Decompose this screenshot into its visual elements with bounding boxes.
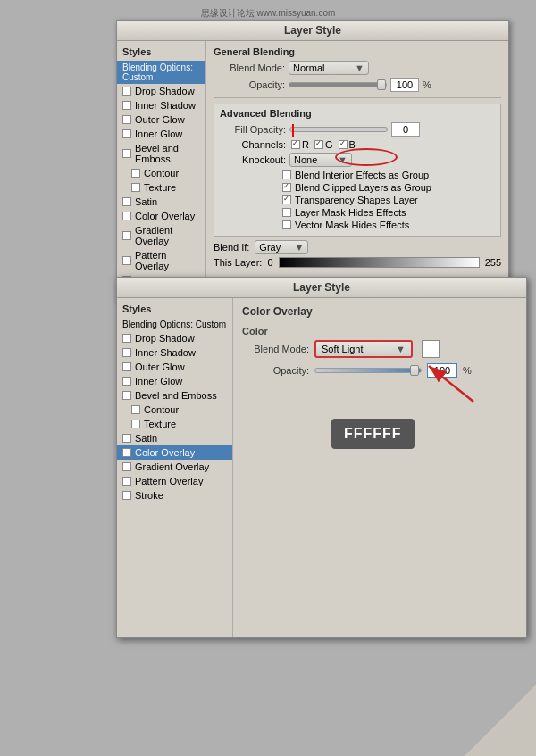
p2-gradient-overlay-checkbox[interactable] — [122, 462, 131, 471]
sidebar2-item-texture[interactable]: Texture — [117, 417, 232, 431]
blend-if-dropdown[interactable]: Gray ▼ — [255, 240, 308, 254]
sidebar-item-inner-glow[interactable]: Inner Glow — [117, 127, 205, 141]
sidebar2-item-contour[interactable]: Contour — [117, 403, 232, 417]
p2-outer-glow-checkbox[interactable] — [122, 362, 131, 371]
general-blending-label: General Blending — [214, 46, 501, 57]
p2-contour-checkbox[interactable] — [131, 405, 140, 414]
sidebar2-item-label: Inner Glow — [135, 376, 182, 386]
sidebar2-item-pattern-overlay[interactable]: Pattern Overlay — [117, 474, 232, 488]
sidebar-item-label: Texture — [144, 182, 176, 193]
contour-checkbox[interactable] — [131, 169, 140, 178]
sidebar2-item-color-overlay[interactable]: Color Overlay — [117, 445, 232, 460]
sidebar-item-color-overlay[interactable]: Color Overlay — [117, 209, 205, 223]
satin-checkbox[interactable] — [122, 197, 131, 206]
bevel-emboss-checkbox[interactable] — [122, 149, 131, 158]
sidebar-item-texture[interactable]: Texture — [117, 180, 205, 195]
p2-blend-mode-dropdown[interactable]: Soft Light ▼ — [314, 340, 413, 358]
knockout-dropdown[interactable]: None ▼ — [289, 153, 352, 167]
sidebar2-item-satin[interactable]: Satin — [117, 431, 232, 445]
blend-interior-checkbox[interactable] — [282, 170, 291, 179]
option-layer-mask[interactable]: Layer Mask Hides Effects — [282, 207, 495, 218]
channel-r-checkbox[interactable] — [291, 140, 300, 149]
fill-slider[interactable] — [289, 127, 388, 132]
inner-glow-checkbox[interactable] — [122, 129, 131, 138]
option-blend-clipped[interactable]: Blend Clipped Layers as Group — [282, 182, 495, 193]
blend-if-arrow-icon: ▼ — [294, 242, 304, 253]
sidebar-item-inner-shadow[interactable]: Inner Shadow — [117, 98, 205, 112]
sidebar-item-satin[interactable]: Satin — [117, 195, 205, 209]
sidebar2-item-stroke[interactable]: Stroke — [117, 488, 232, 503]
dropdown-arrow-icon: ▼ — [355, 62, 364, 73]
p2-color-overlay-checkbox[interactable] — [122, 448, 131, 457]
this-layer-255: 255 — [485, 257, 501, 268]
sidebar2-item-drop-shadow[interactable]: Drop Shadow — [117, 331, 232, 345]
opacity-slider-thumb[interactable] — [377, 79, 386, 90]
blend-mode-label: Blend Mode: — [214, 62, 285, 73]
hex-color-badge: FFFFFF — [331, 419, 415, 449]
blend-mode-dropdown[interactable]: Normal ▼ — [289, 61, 369, 75]
panel1-layer-style: Layer Style Styles Blending Options: Cus… — [116, 20, 509, 301]
this-layer-gradient — [279, 257, 480, 268]
gradient-overlay-checkbox[interactable] — [122, 231, 131, 240]
p2-opacity-slider[interactable] — [314, 368, 422, 373]
blend-mode-row: Blend Mode: Normal ▼ — [214, 61, 501, 75]
transparency-shapes-checkbox[interactable] — [282, 195, 291, 204]
sidebar2-item-label: Outer Glow — [135, 361, 185, 372]
sidebar2-item-blending-options[interactable]: Blending Options: Custom — [117, 318, 232, 331]
option-blend-interior[interactable]: Blend Interior Effects as Group — [282, 170, 495, 180]
p2-bevel-emboss-checkbox[interactable] — [122, 391, 131, 400]
p2-pattern-overlay-checkbox[interactable] — [122, 477, 131, 486]
sidebar-item-gradient-overlay[interactable]: Gradient Overlay — [117, 223, 205, 248]
sidebar-item-drop-shadow[interactable]: Drop Shadow — [117, 84, 205, 98]
knockout-label: Knockout: — [220, 154, 286, 165]
panel2-layer-style: Layer Style Styles Blending Options: Cus… — [116, 277, 527, 638]
sidebar2-item-bevel-emboss[interactable]: Bevel and Emboss — [117, 388, 232, 403]
opacity-slider[interactable] — [289, 82, 387, 87]
knockout-value: None — [294, 154, 317, 165]
sidebar2-item-label: Texture — [144, 419, 176, 429]
panel1-sidebar: Styles Blending Options: Custom Drop Sha… — [117, 41, 206, 300]
inner-shadow-checkbox[interactable] — [122, 101, 131, 110]
outer-glow-checkbox[interactable] — [122, 115, 131, 124]
fill-input[interactable] — [391, 122, 420, 137]
channel-r[interactable]: R — [291, 139, 309, 150]
sidebar2-item-inner-shadow[interactable]: Inner Shadow — [117, 345, 232, 360]
panel1-sidebar-title: Styles — [117, 45, 205, 61]
p2-drop-shadow-checkbox[interactable] — [122, 334, 131, 343]
p2-texture-checkbox[interactable] — [131, 420, 140, 428]
channel-b[interactable]: B — [339, 139, 356, 150]
texture-checkbox[interactable] — [131, 183, 140, 192]
p2-dropdown-arrow-icon: ▼ — [396, 344, 406, 354]
blend-clipped-checkbox[interactable] — [282, 183, 291, 192]
color-overlay-checkbox[interactable] — [122, 212, 131, 220]
option-vector-mask[interactable]: Vector Mask Hides Effects — [282, 220, 495, 230]
color-overlay-section-title: Color Overlay — [242, 305, 517, 320]
p2-stroke-checkbox[interactable] — [122, 491, 131, 500]
svg-line-1 — [429, 366, 473, 402]
sidebar-item-bevel-emboss[interactable]: Bevel and Emboss — [117, 141, 205, 166]
sidebar-item-outer-glow[interactable]: Outer Glow — [117, 112, 205, 127]
sidebar2-item-outer-glow[interactable]: Outer Glow — [117, 360, 232, 374]
channel-g-checkbox[interactable] — [314, 140, 323, 149]
drop-shadow-checkbox[interactable] — [122, 87, 131, 96]
channel-g[interactable]: G — [314, 139, 333, 150]
pattern-overlay-checkbox[interactable] — [122, 256, 131, 265]
channel-b-checkbox[interactable] — [339, 140, 348, 149]
sidebar-item-contour[interactable]: Contour — [117, 166, 205, 180]
p2-inner-glow-checkbox[interactable] — [122, 377, 131, 386]
p2-inner-shadow-checkbox[interactable] — [122, 348, 131, 357]
option-transparency-shapes[interactable]: Transparency Shapes Layer — [282, 195, 495, 205]
sidebar-item-pattern-overlay[interactable]: Pattern Overlay — [117, 248, 205, 273]
sidebar-item-label: Gradient Overlay — [135, 225, 200, 246]
sidebar2-item-inner-glow[interactable]: Inner Glow — [117, 374, 232, 388]
sidebar-item-blending-options[interactable]: Blending Options: Custom — [117, 61, 205, 84]
sidebar-item-label: Satin — [135, 196, 157, 207]
sidebar2-item-gradient-overlay[interactable]: Gradient Overlay — [117, 460, 232, 474]
vector-mask-checkbox[interactable] — [282, 220, 291, 229]
decorative-triangle — [465, 685, 536, 756]
layer-mask-checkbox[interactable] — [282, 208, 291, 217]
panel1-right-content: General Blending Blend Mode: Normal ▼ Op… — [206, 41, 508, 300]
opacity-input[interactable]: 100 — [390, 78, 419, 92]
blend-interior-label: Blend Interior Effects as Group — [295, 170, 429, 180]
p2-satin-checkbox[interactable] — [122, 434, 131, 443]
